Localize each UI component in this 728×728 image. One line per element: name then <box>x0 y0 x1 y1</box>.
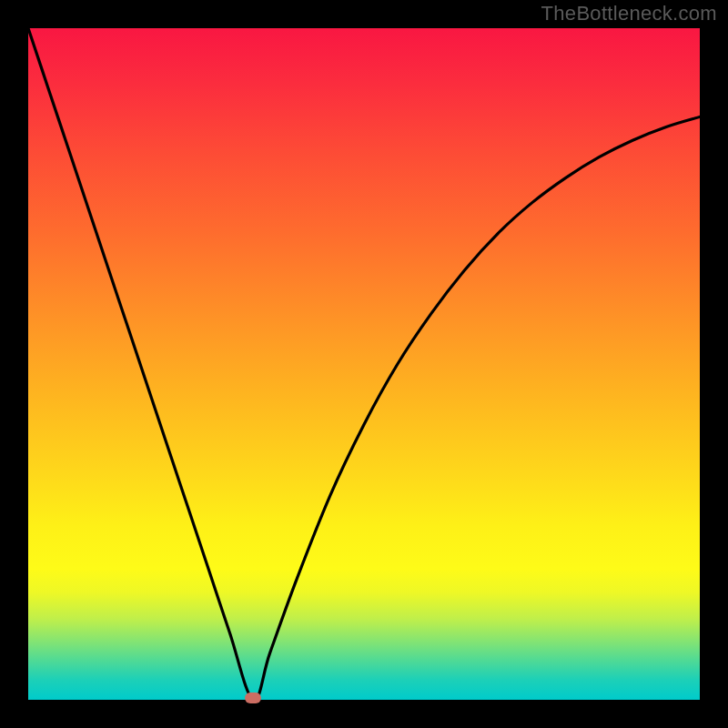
minimum-marker <box>245 693 261 703</box>
bottleneck-curve-svg <box>28 28 700 700</box>
chart-plot-area <box>28 28 700 700</box>
watermark-text: TheBottleneck.com <box>541 2 717 25</box>
bottleneck-curve-path <box>28 28 700 700</box>
